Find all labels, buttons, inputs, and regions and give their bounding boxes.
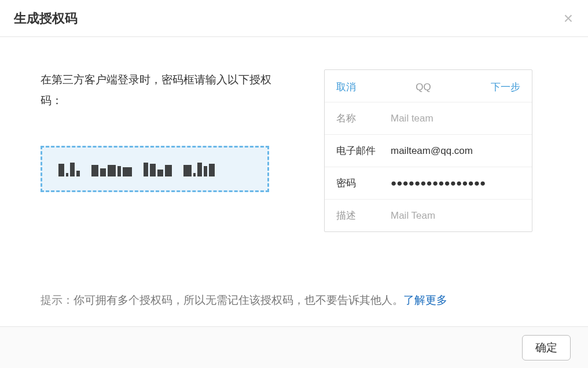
dialog-title: 生成授权码 — [14, 10, 78, 27]
phone-name-label: 名称 — [336, 112, 391, 125]
auth-code-box[interactable] — [41, 146, 269, 192]
phone-row-password: 密码 ●●●●●●●●●●●●●●●● — [325, 167, 532, 200]
auth-code-blurred — [58, 161, 215, 176]
learn-more-link[interactable]: 了解更多 — [403, 294, 447, 306]
phone-password-label: 密码 — [336, 176, 391, 190]
hint-body: 你可拥有多个授权码，所以无需记住该授权码，也不要告诉其他人。 — [74, 294, 403, 306]
dialog-footer: 确定 — [0, 326, 588, 368]
instruction-text: 在第三方客户端登录时，密码框请输入以下授权码： — [41, 69, 284, 111]
dialog-header: 生成授权码 × — [0, 0, 588, 37]
confirm-button[interactable]: 确定 — [522, 335, 571, 360]
phone-desc-value: Mail Team — [391, 210, 520, 222]
phone-password-value: ●●●●●●●●●●●●●●●● — [391, 178, 520, 189]
phone-name-value: Mail team — [391, 113, 520, 124]
phone-cancel-button[interactable]: 取消 — [336, 80, 356, 94]
phone-row-email: 电子邮件 mailteam@qq.com — [325, 135, 532, 167]
right-column: 取消 QQ 下一步 名称 Mail team 电子邮件 mailteam@qq.… — [324, 69, 532, 326]
left-column: 在第三方客户端登录时，密码框请输入以下授权码： — [41, 69, 284, 326]
phone-next-button[interactable]: 下一步 — [491, 80, 520, 94]
phone-email-label: 电子邮件 — [336, 144, 391, 157]
phone-desc-label: 描述 — [336, 209, 391, 222]
phone-row-name: 名称 Mail team — [325, 102, 532, 135]
hint-line: 提示：你可拥有多个授权码，所以无需记住该授权码，也不要告诉其他人。了解更多 — [41, 293, 447, 308]
phone-example-card: 取消 QQ 下一步 名称 Mail team 电子邮件 mailteam@qq.… — [324, 69, 532, 232]
close-icon[interactable]: × — [559, 9, 578, 28]
hint-prefix: 提示： — [41, 294, 74, 306]
phone-row-desc: 描述 Mail Team — [325, 200, 532, 231]
phone-header: 取消 QQ 下一步 — [325, 70, 532, 102]
dialog-content: 在第三方客户端登录时，密码框请输入以下授权码： 取消 QQ 下一步 — [0, 37, 588, 326]
phone-title: QQ — [416, 82, 431, 93]
auth-code-dialog: 生成授权码 × 在第三方客户端登录时，密码框请输入以下授权码： — [0, 0, 588, 368]
phone-email-value: mailteam@qq.com — [391, 145, 520, 157]
